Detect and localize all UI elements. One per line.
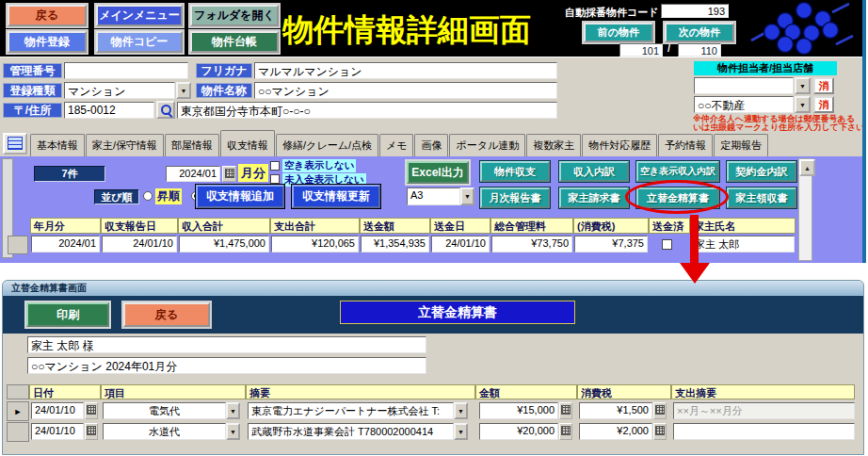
row1-selector-icon[interactable]: ►: [7, 401, 29, 421]
next-property-button[interactable]: 次の物件: [665, 23, 734, 42]
cell-mgmt-fee[interactable]: ¥73,750: [491, 236, 572, 252]
row2-desc-dropdown-icon[interactable]: ▼: [454, 423, 468, 440]
excel-export-button[interactable]: Excel出力: [407, 161, 469, 184]
property-balance-button[interactable]: 物件収支: [480, 161, 550, 182]
row1-amount-calc-icon[interactable]: [559, 402, 572, 419]
row2-selector[interactable]: [7, 422, 29, 442]
add-income-expense-button[interactable]: 収支情報追加: [196, 185, 284, 208]
update-income-expense-button[interactable]: 収支情報更新: [292, 185, 380, 208]
row1-desc-combo[interactable]: 東京電力エナジーパートナー株式会社 T:: [248, 402, 454, 419]
cell-expense-total[interactable]: ¥120,065: [271, 236, 359, 252]
open-folder-button[interactable]: フォルダを開く: [190, 5, 279, 26]
cell-report-date[interactable]: 24/01/10: [102, 236, 177, 252]
staff2-dropdown-icon[interactable]: ▼: [795, 96, 811, 113]
property-name-field[interactable]: ○○マンション: [254, 82, 557, 99]
scroll-up-icon[interactable]: ▲: [799, 159, 815, 176]
cell-remit-date[interactable]: 24/01/10: [431, 236, 490, 252]
monthly-report-button[interactable]: 月次報告書: [480, 187, 550, 208]
property-copy-button[interactable]: 物件コピー: [96, 31, 183, 53]
right-scrollbar[interactable]: ▲: [798, 158, 812, 261]
contract-money-breakdown-button[interactable]: 契約金内訳: [727, 161, 796, 182]
row1-item-dropdown-icon[interactable]: ▼: [226, 402, 240, 419]
row1-calendar-icon[interactable]: [85, 402, 98, 419]
register-type-dropdown-icon[interactable]: ▼: [176, 82, 191, 99]
tab-periodic-report[interactable]: 定期報告: [714, 134, 768, 156]
tab-memo[interactable]: メモ: [379, 134, 414, 156]
address-search-icon[interactable]: [156, 101, 175, 119]
hide-unpaid-checkbox[interactable]: [270, 174, 280, 184]
row2-tax-calc-icon[interactable]: [653, 423, 667, 440]
owner-name-field[interactable]: 家主 太郎 様: [27, 336, 426, 353]
prev-property-button[interactable]: 前の物件: [584, 23, 653, 42]
tab-reservation-info[interactable]: 予約情報: [658, 134, 713, 156]
address-field[interactable]: 東京都国分寺市本町○-○-○: [177, 102, 557, 119]
record-current-field[interactable]: 101: [619, 43, 663, 57]
main-menu-button[interactable]: メインメニュー: [96, 5, 183, 26]
kanri-number-field[interactable]: [64, 62, 188, 79]
zip-field[interactable]: 185-0012: [64, 102, 154, 119]
row2-amount-field[interactable]: ¥20,000: [479, 423, 558, 440]
row2-item-combo[interactable]: 水道代: [103, 423, 226, 440]
furigana-field[interactable]: マルマルマンション: [254, 62, 557, 79]
staff2-clear-button[interactable]: 消: [813, 96, 834, 113]
tab-repair-claim[interactable]: 修繕/クレーム/点検: [276, 134, 378, 156]
row1-date-field[interactable]: 24/01/10: [31, 402, 84, 419]
remitted-checkbox[interactable]: [662, 239, 672, 250]
income-breakdown-button[interactable]: 収入内訳: [559, 161, 629, 182]
row2-desc-combo[interactable]: 武蔵野市水道事業会計 T780002000414: [248, 423, 454, 440]
staff1-clear-button[interactable]: 消: [813, 77, 834, 94]
row1-item-combo[interactable]: 電気代: [103, 402, 226, 419]
tab-room-info[interactable]: 部屋情報: [165, 134, 219, 156]
print-button[interactable]: 印刷: [26, 302, 109, 327]
cell-tax[interactable]: ¥7,375: [574, 236, 648, 252]
row1-note-field[interactable]: ××月～××月分: [673, 402, 855, 419]
record-total-field[interactable]: 110: [678, 43, 721, 57]
row1-desc-dropdown-icon[interactable]: ▼: [454, 402, 468, 419]
row1-tax-field[interactable]: ¥1,500: [579, 402, 652, 419]
paper-size-combo[interactable]: A3: [407, 187, 460, 205]
row2-item-dropdown-icon[interactable]: ▼: [226, 423, 240, 440]
cell-owner-name[interactable]: 家主 太郎: [691, 236, 795, 252]
tab-basic-info[interactable]: 基本情報: [30, 134, 85, 156]
row2-amount-calc-icon[interactable]: [559, 423, 572, 440]
row2-date-field[interactable]: 24/01/10: [31, 423, 84, 440]
owner-invoice-button[interactable]: 家主請求書: [559, 187, 629, 208]
tab-images[interactable]: 画像: [414, 134, 448, 156]
staff1-combo[interactable]: [694, 77, 794, 94]
tab-portal-link[interactable]: ポータル連動: [449, 134, 525, 156]
vacancy-income-breakdown-button[interactable]: 空き表示収入内訳: [636, 161, 719, 182]
cell-year-month[interactable]: 2024/01: [31, 236, 100, 252]
register-type-combo[interactable]: マンション: [64, 82, 175, 99]
owner-receipt-button[interactable]: 家主領収書: [727, 187, 796, 208]
cell-remittance[interactable]: ¥1,354,935: [361, 236, 429, 252]
tab-income-expense[interactable]: 収支情報: [220, 130, 275, 156]
row1-tax-calc-icon[interactable]: [653, 402, 667, 419]
calendar-icon[interactable]: [222, 166, 236, 182]
grid-view-icon[interactable]: [3, 133, 27, 155]
property-register-button[interactable]: 物件登録: [8, 31, 87, 53]
col-date: 日付: [29, 384, 101, 399]
staff1-dropdown-icon[interactable]: ▼: [795, 77, 811, 94]
row-selector[interactable]: [8, 236, 28, 254]
property-ledger-button[interactable]: 物件台帳: [190, 31, 279, 53]
auto-number-field[interactable]: 193: [661, 4, 729, 18]
month-field[interactable]: 2024/01: [166, 166, 220, 182]
window-titlebar[interactable]: 立替金精算書画面: [3, 281, 863, 296]
staff2-combo[interactable]: ○○不動産: [694, 96, 794, 113]
row1-amount-field[interactable]: ¥15,000: [479, 402, 558, 419]
hide-vacancy-checkbox[interactable]: [270, 161, 280, 171]
tab-multiple-owners[interactable]: 複数家主: [526, 134, 581, 156]
subject-field[interactable]: ○○マンション 2024年01月分: [27, 357, 426, 374]
paper-size-dropdown-icon[interactable]: ▼: [460, 187, 474, 205]
back-button-bottom[interactable]: 戻る: [123, 302, 210, 327]
tab-owner-maintenance[interactable]: 家主/保守情報: [86, 134, 164, 156]
kanri-number-label: 管理番号: [3, 63, 62, 78]
cell-income-total[interactable]: ¥1,475,000: [179, 236, 269, 252]
row2-tax-field[interactable]: ¥2,000: [579, 423, 652, 440]
sort-asc-radio[interactable]: [143, 191, 153, 201]
tab-response-history[interactable]: 物件対応履歴: [582, 134, 657, 156]
row2-calendar-icon[interactable]: [85, 423, 98, 440]
reimbursement-statement-button[interactable]: 立替金精算書: [636, 187, 719, 208]
row2-note-field[interactable]: [673, 423, 855, 440]
back-button[interactable]: 戻る: [8, 5, 87, 26]
